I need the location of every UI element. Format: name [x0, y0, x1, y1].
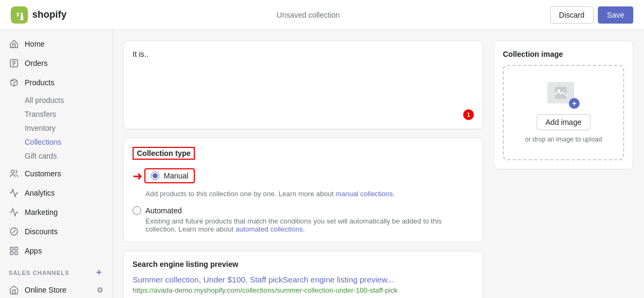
products-submenu: All products Transfers Inventory Collect…	[0, 92, 112, 164]
sidebar-label-customers: Customers	[25, 169, 61, 178]
svg-rect-5	[10, 252, 13, 255]
home-icon	[9, 39, 19, 49]
marketing-icon	[9, 207, 19, 218]
collection-image-card: Collection image +	[494, 41, 633, 169]
seo-preview-link[interactable]: Summer collection, Under $100, Staff pic…	[133, 275, 474, 284]
sidebar-item-discounts[interactable]: Discounts	[0, 222, 112, 241]
upload-plus-badge: +	[569, 98, 580, 109]
manual-radio-label: Manual	[164, 172, 188, 180]
shopify-logo-icon	[11, 6, 28, 24]
svg-rect-6	[15, 252, 18, 255]
description-footer: 1	[133, 109, 474, 120]
orders-icon	[9, 58, 19, 69]
sidebar-nav: Home Orders Products All products Transf…	[0, 30, 112, 298]
sidebar-label-analytics: Analytics	[25, 189, 55, 197]
analytics-icon	[9, 188, 19, 198]
sidebar-label-products: Products	[25, 78, 54, 87]
main-content: It is.. 1 Collection type ➜ Manua	[113, 30, 644, 298]
automated-label-row: Automated	[133, 206, 474, 215]
svg-point-1	[11, 170, 14, 173]
header-actions: Discard Save	[550, 6, 633, 24]
svg-rect-3	[10, 247, 13, 250]
seo-card: Search engine listing preview Summer col…	[123, 251, 483, 298]
manual-radio-highlight: Manual	[144, 168, 195, 183]
products-icon	[9, 77, 19, 88]
sidebar-item-transfers[interactable]: Transfers	[25, 107, 112, 121]
sidebar-label-discounts: Discounts	[25, 227, 57, 236]
automated-radio-input[interactable]	[133, 206, 141, 215]
svg-rect-4	[15, 247, 18, 250]
sidebar-item-all-products[interactable]: All products	[25, 93, 112, 107]
collection-image-title: Collection image	[503, 50, 624, 58]
sidebar-item-customers[interactable]: Customers	[0, 164, 112, 183]
manual-option-row: ➜ Manual	[133, 168, 474, 183]
seo-title: Search engine listing preview	[133, 260, 474, 269]
add-image-button[interactable]: Add image	[537, 114, 591, 130]
sidebar-label-apps: Apps	[25, 247, 42, 255]
online-store-icon	[9, 285, 19, 295]
sidebar-item-inventory[interactable]: Inventory	[25, 121, 112, 135]
add-sales-channel-icon[interactable]: ＋	[94, 267, 104, 278]
sidebar-item-analytics[interactable]: Analytics	[0, 183, 112, 203]
sidebar-label-orders: Orders	[25, 59, 48, 68]
discard-button[interactable]: Discard	[550, 6, 594, 24]
page-title: Unsaved collection	[277, 11, 340, 19]
automated-collections-link[interactable]: automated collections.	[236, 225, 305, 233]
sidebar-label-home: Home	[25, 40, 45, 48]
sidebar-item-collections[interactable]: Collections	[25, 135, 112, 149]
main-right: Collection image +	[494, 41, 633, 287]
sidebar-item-apps[interactable]: Apps	[0, 241, 112, 260]
manual-radio-input[interactable]	[151, 172, 159, 180]
shopify-logo: shopify	[11, 6, 67, 24]
seo-url: https://avada-demo.myshopify.com/collect…	[133, 286, 474, 294]
upload-hint: or drop an image to upload	[525, 136, 602, 143]
automated-option: Automated Existing and future products t…	[133, 206, 474, 233]
logo-text: shopify	[32, 9, 67, 20]
collection-type-title: Collection type	[133, 147, 195, 160]
automated-radio-label: Automated	[145, 206, 182, 215]
description-card: It is.. 1	[123, 41, 483, 129]
main-left: It is.. 1 Collection type ➜ Manua	[123, 41, 483, 287]
save-button[interactable]: Save	[598, 6, 633, 24]
sidebar-item-products[interactable]: Products	[0, 73, 112, 92]
apps-icon	[9, 245, 19, 256]
sidebar-label-marketing: Marketing	[25, 208, 57, 217]
manual-collections-link[interactable]: manual collections.	[335, 190, 395, 198]
char-count-badge: 1	[463, 109, 474, 120]
online-store-settings-icon[interactable]: ⚙	[97, 286, 104, 294]
sales-channels-label: SALES CHANNELS	[9, 270, 69, 276]
main-layout: Home Orders Products All products Transf…	[0, 30, 644, 298]
image-upload-area[interactable]: + Add image or drop an image to upload	[503, 65, 624, 160]
top-header: shopify Unsaved collection Discard Save	[0, 0, 644, 30]
manual-description: Add products to this collection one by o…	[133, 190, 474, 198]
collection-type-header: Collection type	[133, 147, 474, 160]
automated-description: Existing and future products that match …	[133, 217, 474, 233]
sidebar-item-online-store[interactable]: Online Store ⚙	[0, 280, 112, 298]
sidebar-item-home[interactable]: Home	[0, 34, 112, 54]
description-textarea[interactable]: It is..	[133, 50, 474, 103]
sidebar-item-orders[interactable]: Orders	[0, 54, 112, 73]
sidebar-item-gift-cards[interactable]: Gift cards	[25, 149, 112, 163]
red-arrow-icon: ➜	[133, 169, 142, 183]
sidebar-item-marketing[interactable]: Marketing	[0, 203, 112, 222]
sidebar-label-online-store: Online Store	[25, 286, 67, 294]
customers-icon	[9, 168, 19, 179]
sales-channels-section: SALES CHANNELS ＋	[0, 260, 112, 280]
sidebar: Home Orders Products All products Transf…	[0, 30, 113, 298]
collection-type-card: Collection type ➜ Manual Add products to…	[123, 138, 483, 242]
discounts-icon	[9, 226, 19, 237]
upload-icon-area: +	[547, 82, 580, 109]
